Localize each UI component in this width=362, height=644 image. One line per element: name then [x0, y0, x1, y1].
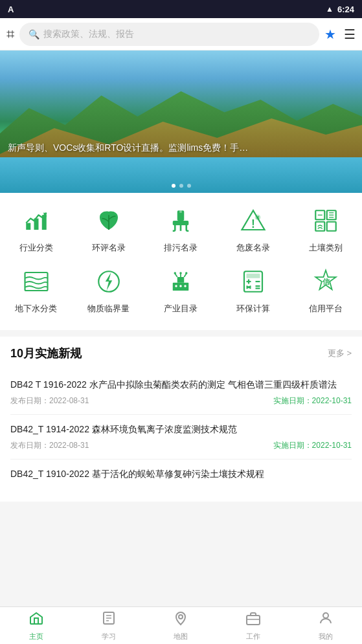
status-bar-right: ▲ 6:24: [326, 5, 354, 14]
news-item-0[interactable]: DB42 T 1916-2022 水产品中拟除虫菊酯类农药的测定 气相色谱三重四…: [10, 370, 352, 415]
user-icon: [318, 610, 334, 630]
svg-point-26: [180, 285, 183, 287]
svg-rect-0: [26, 223, 30, 230]
banner-background: [0, 50, 362, 193]
grid-item-water[interactable]: 地下水分类: [4, 264, 69, 315]
nav-label-profile: 我的: [319, 632, 333, 641]
news-title-1: DB42_T 1914-2022 森林环境负氧离子浓度监测技术规范: [10, 423, 352, 436]
menu-icon[interactable]: ☰: [344, 27, 356, 42]
scan-icon[interactable]: ⌗: [6, 26, 14, 43]
status-bar: A ▲ 6:24: [0, 0, 362, 18]
svg-point-48: [179, 615, 183, 619]
grid-item-industry2[interactable]: 产业目录: [148, 264, 213, 315]
grid-label-soil: 土壤类别: [309, 242, 343, 254]
news-impl-0: 实施日期：2022-10-31: [273, 395, 352, 406]
industry2-icon: [163, 264, 198, 299]
svg-point-27: [185, 285, 187, 287]
grid-row-2: 地下水分类 物质临界量: [0, 264, 362, 315]
hazard-icon: !: [236, 203, 271, 238]
news-title-0: DB42 T 1916-2022 水产品中拟除虫菊酯类农药的测定 气相色谱三重四…: [10, 378, 352, 392]
grid-item-credit[interactable]: 信 信用平台: [293, 264, 358, 315]
soil-icon: [308, 203, 343, 238]
section-header: 10月实施新规 更多 >: [10, 346, 352, 361]
news-item-2[interactable]: DB42_T 1910-2022 基于活化的蜈蚣草修复砷污染土壤技术规程: [10, 460, 352, 493]
dot-3[interactable]: [187, 184, 191, 188]
search-box[interactable]: 🔍 搜索政策、法规、报告: [19, 23, 319, 46]
grid-row-1: 行业分类 环评名录: [0, 203, 362, 254]
work-icon: [245, 610, 261, 630]
svg-rect-7: [180, 210, 183, 213]
section-title: 10月实施新规: [10, 346, 82, 361]
book-icon: [101, 610, 117, 630]
water-icon: [19, 264, 54, 299]
dot-2[interactable]: [179, 184, 183, 188]
status-bar-left: A: [8, 5, 14, 14]
svg-rect-49: [247, 616, 260, 625]
news-publish-0: 发布日期：2022-08-31: [10, 395, 89, 406]
news-item-1[interactable]: DB42_T 1914-2022 森林环境负氧离子浓度监测技术规范 发布日期：2…: [10, 415, 352, 460]
svg-point-31: [174, 272, 177, 274]
grid-label-lightning: 物质临界量: [87, 303, 130, 315]
svg-text:!: !: [251, 217, 255, 230]
nav-label-work: 工作: [246, 632, 260, 641]
svg-rect-6: [173, 221, 189, 225]
leaf-icon: [91, 203, 126, 238]
svg-point-33: [185, 272, 188, 274]
dot-1[interactable]: [172, 184, 175, 188]
grid-label-industry2: 产业目录: [164, 303, 198, 315]
nav-item-work[interactable]: 工作: [217, 607, 289, 644]
grid-item-leaf[interactable]: 环评名录: [76, 203, 141, 254]
grid-label-leaf: 环评名录: [92, 242, 126, 254]
grid-menu: 行业分类 环评名录: [0, 193, 362, 330]
search-placeholder: 搜索政策、法规、报告: [43, 28, 134, 40]
svg-rect-35: [247, 274, 260, 278]
grid-label-pipe: 排污名录: [164, 242, 198, 254]
bottom-nav: 主页 学习 地图 工作: [0, 606, 362, 644]
pipe-icon: [163, 203, 198, 238]
grid-item-industry[interactable]: 行业分类: [4, 203, 69, 254]
map-icon: [173, 610, 188, 630]
nav-label-home: 主页: [29, 632, 43, 641]
grid-label-hazard: 危废名录: [236, 242, 270, 254]
top-nav: ⌗ 🔍 搜索政策、法规、报告 ★ ☰: [0, 18, 362, 50]
home-icon: [28, 610, 44, 630]
calculator-icon: [236, 264, 271, 299]
grid-label-water: 地下水分类: [15, 303, 57, 315]
section-more-button[interactable]: 更多 >: [328, 348, 352, 359]
industry-icon: [19, 203, 54, 238]
news-section: 10月实施新规 更多 > DB42 T 1916-2022 水产品中拟除虫菊酯类…: [0, 337, 362, 502]
grid-item-lightning[interactable]: 物质临界量: [76, 264, 141, 315]
news-meta-0: 发布日期：2022-08-31 实施日期：2022-10-31: [10, 395, 352, 406]
banner-caption: 新声导则、VOCs收集和RTO设计直播。监测lims免费！手…: [0, 142, 362, 154]
grid-item-hazard[interactable]: ! 危废名录: [221, 203, 286, 254]
credit-icon: 信: [308, 264, 343, 299]
banner: 新声导则、VOCs收集和RTO设计直播。监测lims免费！手…: [0, 50, 362, 193]
svg-rect-16: [327, 222, 336, 231]
svg-point-25: [175, 285, 178, 287]
grid-item-pipe[interactable]: 排污名录: [148, 203, 213, 254]
status-app-icon: A: [8, 5, 14, 14]
star-icon[interactable]: ★: [324, 27, 336, 42]
news-meta-1: 发布日期：2022-08-31 实施日期：2022-10-31: [10, 440, 352, 451]
svg-rect-15: [315, 222, 324, 231]
nav-item-profile[interactable]: 我的: [289, 607, 362, 644]
news-impl-1: 实施日期：2022-10-31: [273, 440, 352, 451]
lightning-icon: [91, 264, 126, 299]
svg-text:信: 信: [322, 278, 330, 285]
search-icon: 🔍: [28, 29, 40, 39]
nav-item-map[interactable]: 地图: [145, 607, 218, 644]
news-title-2: DB42_T 1910-2022 基于活化的蜈蚣草修复砷污染土壤技术规程: [10, 467, 352, 481]
grid-label-industry: 行业分类: [19, 242, 53, 254]
status-time: 6:24: [337, 5, 354, 14]
wifi-icon: ▲: [326, 5, 334, 14]
grid-label-credit: 信用平台: [309, 303, 343, 315]
banner-dots: [172, 184, 191, 188]
svg-point-32: [180, 272, 183, 274]
nav-label-map: 地图: [174, 632, 188, 641]
nav-right-icons: ★ ☰: [324, 27, 356, 42]
grid-item-calculator[interactable]: 环保计算: [221, 264, 286, 315]
nav-item-study[interactable]: 学习: [73, 607, 145, 644]
grid-item-soil[interactable]: 土壤类别: [293, 203, 358, 254]
grid-label-calculator: 环保计算: [236, 303, 270, 315]
nav-item-home[interactable]: 主页: [0, 607, 73, 644]
